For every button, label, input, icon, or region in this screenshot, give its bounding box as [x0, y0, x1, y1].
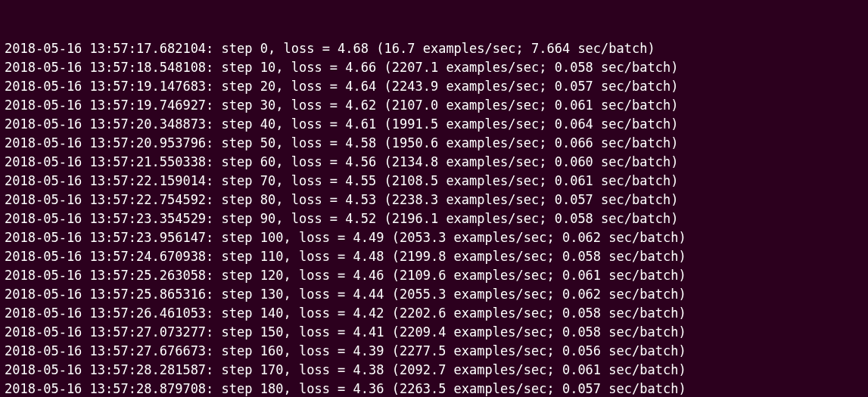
terminal-output: 2018-05-16 13:57:17.682104: step 0, loss… — [5, 39, 863, 397]
log-line: 2018-05-16 13:57:20.348873: step 40, los… — [5, 115, 863, 134]
log-line: 2018-05-16 13:57:17.682104: step 0, loss… — [5, 39, 863, 58]
log-line: 2018-05-16 13:57:27.073277: step 150, lo… — [5, 323, 863, 342]
log-line: 2018-05-16 13:57:23.956147: step 100, lo… — [5, 228, 863, 247]
log-line: 2018-05-16 13:57:28.281587: step 170, lo… — [5, 361, 863, 380]
log-line: 2018-05-16 13:57:22.754592: step 80, los… — [5, 191, 863, 209]
log-line: 2018-05-16 13:57:21.550338: step 60, los… — [5, 153, 863, 172]
log-line: 2018-05-16 13:57:23.354529: step 90, los… — [5, 209, 863, 228]
log-line: 2018-05-16 13:57:20.953796: step 50, los… — [5, 134, 863, 153]
log-line: 2018-05-16 13:57:26.461053: step 140, lo… — [5, 304, 863, 323]
log-line: 2018-05-16 13:57:28.879708: step 180, lo… — [5, 380, 863, 397]
log-line: 2018-05-16 13:57:22.159014: step 70, los… — [5, 172, 863, 191]
log-line: 2018-05-16 13:57:24.670938: step 110, lo… — [5, 247, 863, 266]
log-line: 2018-05-16 13:57:19.147683: step 20, los… — [5, 77, 863, 96]
log-line: 2018-05-16 13:57:25.263058: step 120, lo… — [5, 266, 863, 285]
log-line: 2018-05-16 13:57:27.676673: step 160, lo… — [5, 342, 863, 361]
log-line: 2018-05-16 13:57:25.865316: step 130, lo… — [5, 285, 863, 304]
log-line: 2018-05-16 13:57:18.548108: step 10, los… — [5, 58, 863, 77]
log-line: 2018-05-16 13:57:19.746927: step 30, los… — [5, 96, 863, 115]
